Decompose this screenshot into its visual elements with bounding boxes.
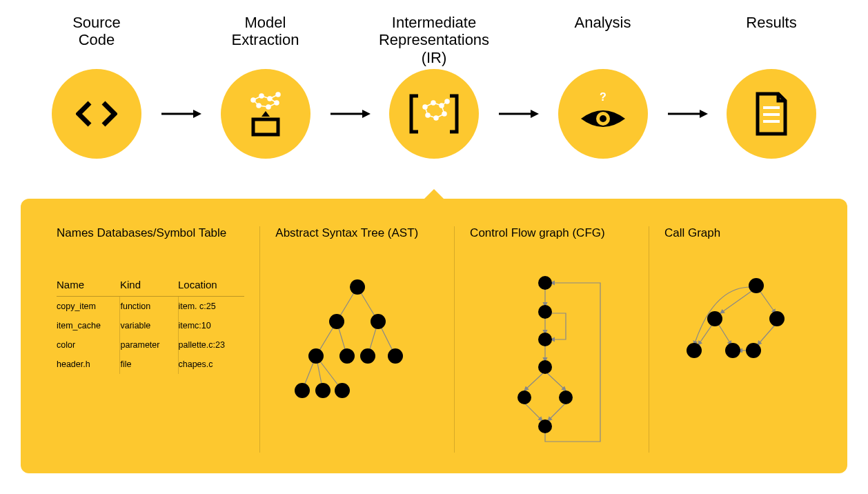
svg-line-66	[524, 371, 545, 391]
svg-line-80	[718, 323, 731, 345]
circle-model-extraction	[221, 69, 310, 159]
ir-detail-panel: Names Databases/Symbol Table Name Kind L…	[21, 199, 847, 473]
circle-analysis: ?	[558, 69, 648, 159]
cell-name: color	[57, 335, 120, 355]
call-graph-icon	[672, 273, 803, 384]
stage-source-code: Source Code	[41, 14, 152, 159]
svg-marker-19	[362, 110, 371, 118]
arrow	[494, 14, 542, 159]
symbol-table: Name Kind Location copy_itemfunctionitem…	[57, 273, 244, 374]
col-symbol-table: Names Databases/Symbol Table Name Kind L…	[41, 226, 259, 453]
svg-point-74	[517, 391, 531, 404]
table-row: colorparameterpallette.c:23	[57, 335, 244, 355]
svg-marker-16	[262, 111, 270, 117]
svg-point-85	[769, 311, 785, 326]
stage-label: Model Extraction	[232, 14, 299, 69]
svg-point-53	[350, 279, 365, 295]
cell-kind: variable	[120, 316, 178, 335]
svg-point-56	[308, 348, 324, 364]
col-title: Control Flow graph (CFG)	[470, 226, 633, 254]
th-kind: Kind	[120, 273, 178, 297]
cell-location: itemc:10	[178, 316, 244, 335]
cell-name: header.h	[57, 355, 120, 374]
stage-model-extraction: Model Extraction	[210, 14, 321, 159]
stage-label: Intermediate Representations (IR)	[379, 14, 489, 69]
svg-point-54	[329, 314, 344, 329]
svg-line-69	[548, 403, 566, 421]
th-location: Location	[178, 273, 244, 297]
cell-kind: parameter	[120, 335, 178, 355]
svg-point-76	[538, 419, 552, 433]
table-row: copy_itemfunctionitem. c:25	[57, 297, 244, 317]
table-row: header.hfilechapes.c	[57, 355, 244, 374]
svg-point-38	[600, 115, 606, 122]
cell-location: pallette.c:23	[178, 335, 244, 355]
svg-line-67	[545, 371, 566, 391]
svg-rect-17	[253, 119, 278, 135]
svg-text:?: ?	[600, 91, 606, 103]
cell-kind: file	[120, 355, 178, 374]
svg-point-58	[360, 348, 375, 364]
col-title: Call Graph	[664, 226, 811, 254]
cell-name: copy_item	[57, 297, 120, 317]
col-title: Names Databases/Symbol Table	[57, 226, 244, 254]
svg-point-62	[335, 383, 350, 398]
cell-name: item_cache	[57, 316, 120, 335]
panel-pointer-icon	[424, 189, 444, 199]
stage-analysis: Analysis ?	[548, 14, 658, 159]
svg-point-84	[707, 311, 722, 326]
circle-ir	[389, 69, 479, 159]
table-row: item_cachevariableitemc:10	[57, 316, 244, 335]
svg-point-71	[538, 305, 552, 319]
code-icon	[76, 100, 117, 128]
svg-point-83	[749, 278, 764, 293]
svg-point-57	[339, 348, 355, 364]
svg-line-79	[698, 323, 713, 345]
stage-ir: Intermediate Representations (IR)	[379, 14, 489, 159]
svg-line-12	[253, 100, 259, 106]
svg-point-72	[538, 333, 552, 346]
pipeline-row: Source Code Model Extraction	[0, 0, 868, 159]
col-cfg: Control Flow graph (CFG)	[454, 226, 649, 453]
col-title: Abstract Syntax Tree (AST)	[275, 226, 439, 254]
stage-results: Results	[716, 14, 827, 159]
svg-point-60	[295, 383, 310, 398]
cfg-graph-icon	[476, 273, 628, 453]
th-name: Name	[57, 273, 120, 297]
document-icon	[751, 90, 792, 138]
svg-point-59	[388, 348, 403, 364]
ast-graph-icon	[288, 273, 426, 411]
eye-question-icon: ?	[575, 90, 631, 138]
svg-point-70	[538, 276, 552, 290]
col-ast: Abstract Syntax Tree (AST)	[259, 226, 454, 453]
col-call-graph: Call Graph	[649, 226, 827, 453]
cell-kind: function	[120, 297, 178, 317]
svg-line-81	[758, 324, 776, 345]
arrow	[663, 14, 711, 159]
svg-point-55	[371, 314, 386, 329]
svg-line-78	[759, 290, 776, 313]
svg-point-73	[538, 360, 552, 374]
svg-point-88	[746, 343, 761, 358]
svg-marker-35	[531, 110, 539, 118]
svg-line-77	[720, 290, 753, 313]
svg-marker-40	[700, 110, 708, 118]
svg-line-68	[524, 403, 542, 421]
stage-label: Analysis	[575, 14, 631, 69]
svg-point-86	[687, 343, 702, 358]
ir-icon	[403, 86, 465, 141]
cell-location: chapes.c	[178, 355, 244, 374]
svg-point-61	[315, 383, 331, 398]
cell-location: item. c:25	[178, 297, 244, 317]
stage-label: Results	[746, 14, 796, 69]
svg-point-87	[725, 343, 740, 358]
arrow	[157, 14, 205, 159]
arrow	[326, 14, 374, 159]
extraction-icon	[238, 86, 293, 141]
circle-results	[727, 69, 816, 159]
svg-marker-1	[193, 110, 201, 118]
stage-label: Source Code	[72, 14, 121, 69]
svg-point-75	[559, 391, 573, 404]
circle-source-code	[52, 69, 141, 159]
